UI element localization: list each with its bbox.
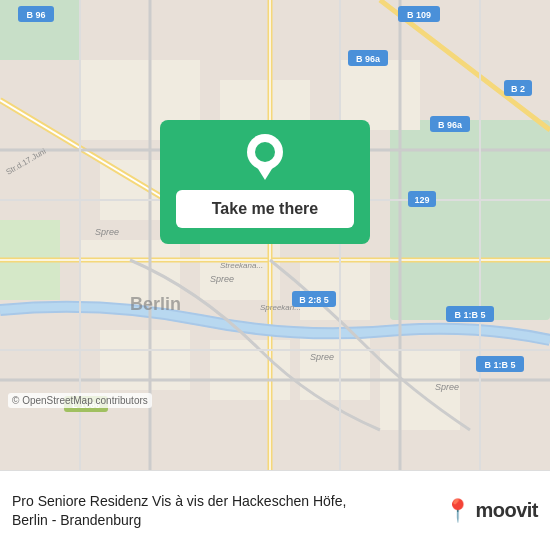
svg-text:B 96a: B 96a — [438, 120, 463, 130]
location-name: Pro Seniore Residenz Vis à vis der Hacke… — [12, 493, 346, 509]
map-attribution: © OpenStreetMap contributors — [8, 393, 152, 408]
location-title: Pro Seniore Residenz Vis à vis der Hacke… — [12, 492, 434, 528]
svg-text:Streekana...: Streekana... — [220, 261, 263, 270]
moovit-logo: 📍 moovit — [444, 498, 538, 524]
svg-text:Berlin: Berlin — [130, 294, 181, 314]
svg-rect-12 — [300, 260, 370, 320]
svg-text:Spreekan...: Spreekan... — [260, 303, 301, 312]
location-pin-icon — [243, 136, 287, 180]
svg-text:Spree: Spree — [435, 382, 459, 392]
svg-text:Spree: Spree — [95, 227, 119, 237]
location-region: Berlin - Brandenburg — [12, 512, 141, 528]
svg-text:B 96a: B 96a — [356, 54, 381, 64]
svg-marker-65 — [255, 164, 275, 180]
svg-text:Spree: Spree — [210, 274, 234, 284]
footer: Pro Seniore Residenz Vis à vis der Hacke… — [0, 470, 550, 550]
svg-text:129: 129 — [414, 195, 429, 205]
moovit-text: moovit — [475, 499, 538, 522]
svg-text:B 96: B 96 — [26, 10, 45, 20]
svg-text:B 1:B 5: B 1:B 5 — [484, 360, 515, 370]
svg-text:B 2: B 2 — [511, 84, 525, 94]
svg-text:B 2:8 5: B 2:8 5 — [299, 295, 329, 305]
svg-text:B 1:B 5: B 1:B 5 — [454, 310, 485, 320]
footer-info: Pro Seniore Residenz Vis à vis der Hacke… — [12, 492, 434, 528]
svg-text:B 109: B 109 — [407, 10, 431, 20]
moovit-pin-icon: 📍 — [444, 498, 471, 524]
svg-point-64 — [255, 142, 275, 162]
svg-text:Spree: Spree — [310, 352, 334, 362]
map-container: B 96 B 109 B 96a B 96a B 96a B 2 129 B 2… — [0, 0, 550, 470]
take-me-there-button[interactable]: Take me there — [176, 190, 354, 228]
action-card: Take me there — [160, 120, 370, 244]
